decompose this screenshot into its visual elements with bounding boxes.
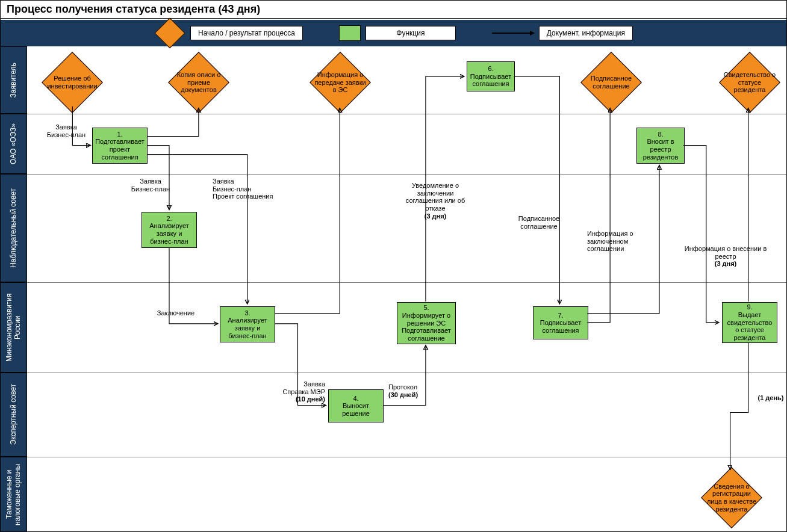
lane-header-customs: Таможенные и налоговые органы — [1, 457, 27, 532]
legend-bar: Начало / результат процесса Функция Доку… — [1, 20, 786, 46]
diamond-transfer-info: Информация о передаче заявки в ЭС — [310, 52, 370, 113]
proc-7: 7.Подписывает соглашения — [533, 306, 588, 339]
note-n11: (1 день) — [753, 394, 787, 402]
proc-4: 4.Выносит решение — [328, 389, 384, 422]
diamond-registration-info: Сведения о регистрации лица в качестве р… — [701, 468, 762, 528]
diagram-canvas: Решение об инвестировании Копия описи о … — [27, 46, 786, 531]
diamond-icon — [155, 18, 185, 49]
note-n5: ЗаявкаСправка МЭР(10 дней) — [277, 380, 325, 403]
diamond-certificate: Свидетельство о статусе резидента — [720, 52, 780, 113]
legend-start: Начало / результат процесса — [154, 22, 303, 44]
arrow-icon — [492, 32, 534, 34]
proc-2: 2.Анализирует заявку и бизнес-план — [142, 212, 197, 248]
lane-header-minecon: Минэкономразвития России — [1, 282, 27, 373]
lane-header-supcouncil: Наблюдательный совет — [1, 174, 27, 282]
note-n7: Уведомление о заключении соглашения или … — [399, 182, 471, 220]
legend-document: Документ, информация — [492, 26, 633, 40]
diagram-title: Процесс получения статуса резидента (43 … — [1, 1, 786, 19]
lane-header-oez: ОАО «ОЭЗ» — [1, 114, 27, 174]
lane-header-applicant: Заявитель — [1, 46, 27, 114]
note-n8: Подписанное соглашение — [509, 215, 569, 230]
rect-icon — [339, 25, 361, 41]
note-n6: Протокол(30 дней) — [388, 383, 437, 398]
lane-header-expert: Экспертный совет — [1, 373, 27, 457]
note-n9: Информация о заключенном соглашении — [587, 230, 647, 253]
note-n4: Заключение — [155, 309, 197, 317]
legend-doc-label: Документ, информация — [539, 26, 633, 40]
note-n10: Информация о внесении в реестр(3 дня) — [683, 245, 768, 268]
proc-3: 3.Анализирует заявку и бизнес-план — [220, 306, 275, 342]
diamond-signed-agree: Подписанное соглашение — [581, 52, 641, 113]
diamond-invest-decision: Решение об инвестировании — [42, 52, 102, 113]
proc-8: 8.Вносит в реестр резидентов — [636, 128, 685, 164]
legend-function: Функция — [339, 25, 456, 41]
note-n1: ЗаявкаБизнес-план — [45, 123, 87, 138]
proc-6: 6.Подписывает соглашения — [467, 61, 515, 91]
note-n2: ЗаявкаБизнес-план — [129, 178, 172, 193]
legend-start-label: Начало / результат процесса — [190, 26, 303, 40]
proc-9: 9.Выдает свидетельство о статусе резиден… — [722, 302, 777, 343]
diamond-doc-copy: Копия описи о приеме документов — [169, 52, 229, 113]
proc-1: 1.Подготавливает проект соглашения — [92, 128, 148, 164]
arrows-layer — [27, 46, 786, 531]
legend-function-label: Функция — [366, 26, 456, 40]
proc-5: 5.Информирует о решении ЭС Подготавливае… — [397, 302, 456, 344]
note-n3: ЗаявкаБизнес-планПроект соглашения — [213, 178, 279, 200]
